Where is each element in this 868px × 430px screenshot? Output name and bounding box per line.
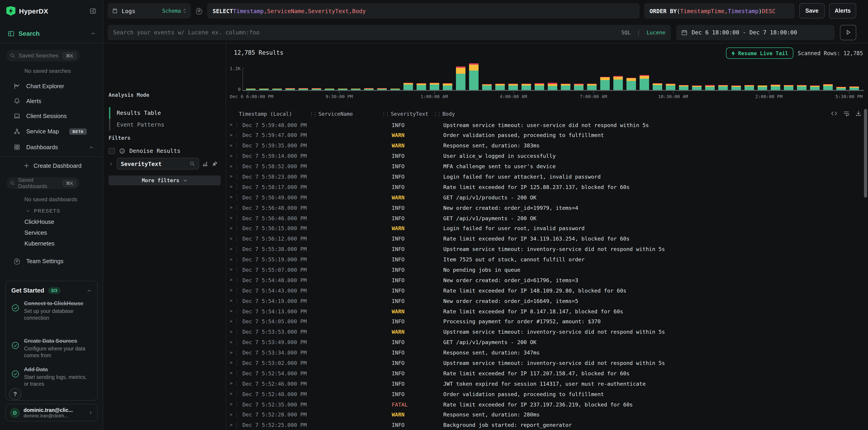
expand-row-icon[interactable]: >: [230, 391, 232, 396]
resume-live-tail-button[interactable]: Resume Live Tail: [726, 47, 793, 59]
histogram-bar[interactable]: [692, 86, 702, 90]
histogram-bar[interactable]: [377, 88, 387, 90]
chevron-up-icon[interactable]: [89, 145, 94, 150]
expand-row-icon[interactable]: >: [230, 329, 232, 334]
expand-row-icon[interactable]: >: [230, 381, 232, 386]
expand-row-icon[interactable]: >: [230, 153, 232, 158]
event-search-input[interactable]: Search your events w/ Lucene ex. column:…: [107, 25, 671, 40]
facet-chart-icon[interactable]: [202, 161, 209, 167]
mode-results-table[interactable]: Results Table: [117, 109, 161, 116]
histogram-bar[interactable]: [548, 82, 557, 90]
denoise-checkbox[interactable]: [108, 147, 115, 154]
histogram-bar[interactable]: [390, 89, 400, 90]
table-row[interactable]: > Dec 7 5:52:25.000 PM INFO Background j…: [226, 421, 864, 430]
expand-row-icon[interactable]: >: [230, 350, 232, 355]
histogram-bar[interactable]: [587, 84, 597, 90]
table-row[interactable]: > Dec 7 5:59:35.000 PM WARN Response sen…: [226, 141, 864, 152]
histogram-bar[interactable]: [771, 85, 780, 90]
table-row[interactable]: > Dec 7 5:58:17.000 PM INFO Rate limit e…: [226, 183, 864, 193]
histogram-bar[interactable]: [522, 84, 531, 90]
table-row[interactable]: > Dec 7 5:58:23.000 PM INFO Login failed…: [226, 172, 864, 183]
order-by-input[interactable]: ORDER BY (TimestampTime, Timestamp) DESC: [644, 3, 795, 19]
histogram-bar[interactable]: [705, 85, 715, 90]
histogram-bar[interactable]: [325, 89, 334, 90]
denoise-results-row[interactable]: Denoise Results: [108, 147, 181, 154]
save-button[interactable]: Save: [799, 3, 825, 19]
chevron-up-icon[interactable]: [86, 288, 92, 293]
table-row[interactable]: > Dec 7 5:52:40.000 PM INFO Order valida…: [226, 389, 864, 400]
histogram-bar[interactable]: [482, 84, 492, 90]
table-row[interactable]: > Dec 7 5:53:02.000 PM INFO Upstream ser…: [226, 358, 864, 369]
get-started-item[interactable]: Create Data SourcesConfigure where your …: [11, 338, 93, 359]
table-row[interactable]: > Dec 7 5:56:15.000 PM WARN Login failed…: [226, 224, 864, 234]
histogram-bar[interactable]: [443, 84, 452, 90]
sidebar-item-search[interactable]: Search: [8, 30, 39, 37]
expand-row-icon[interactable]: >: [230, 288, 232, 293]
histogram-bar[interactable]: [364, 89, 374, 90]
presets-toggle[interactable]: PRESETS: [25, 208, 60, 213]
histogram-bar[interactable]: [810, 86, 819, 90]
histogram-bar[interactable]: [259, 89, 269, 90]
table-row[interactable]: > Dec 7 5:54:19.000 PM INFO New order cr…: [226, 296, 864, 306]
expand-row-icon[interactable]: >: [230, 215, 232, 220]
sidebar-collapse-icon[interactable]: [90, 7, 96, 14]
expand-row-icon[interactable]: >: [230, 205, 232, 210]
get-started-item[interactable]: Connect to ClickHouseSet up your databas…: [11, 300, 93, 322]
expand-row-icon[interactable]: >: [230, 246, 232, 251]
table-row[interactable]: > Dec 7 5:54:48.000 PM INFO New order cr…: [226, 275, 864, 286]
date-range-picker[interactable]: Dec 6 18:00:00 - Dec 7 18:00:00: [676, 25, 835, 40]
expand-row-icon[interactable]: >: [230, 422, 232, 427]
table-row[interactable]: > Dec 7 5:52:46.000 PM INFO JWT token ex…: [226, 379, 864, 390]
expand-row-icon[interactable]: >: [230, 143, 232, 148]
table-row[interactable]: > Dec 7 5:52:35.000 PM FATAL Rate limit …: [226, 400, 864, 410]
histogram-bar[interactable]: [272, 89, 282, 90]
table-row[interactable]: > Dec 7 5:56:12.000 PM INFO Rate limit e…: [226, 234, 864, 244]
col-servicename[interactable]: ⋮⋮ServiceName: [309, 111, 353, 117]
col-timestamp[interactable]: Timestamp (Local): [239, 111, 292, 117]
histogram-bar[interactable]: [312, 89, 321, 90]
facet-search-input[interactable]: SeverityText: [117, 158, 199, 170]
saved-dashboards-input[interactable]: Saved Dashboards ⌘K: [6, 177, 80, 189]
expand-row-icon[interactable]: >: [230, 298, 232, 303]
histogram-bar[interactable]: [299, 88, 308, 90]
histogram-bar[interactable]: [338, 89, 347, 90]
expand-row-icon[interactable]: >: [230, 339, 232, 344]
expand-row-icon[interactable]: >: [230, 163, 232, 168]
table-row[interactable]: > Dec 7 5:54:43.000 PM INFO Rate limit e…: [226, 286, 864, 296]
table-row[interactable]: > Dec 7 5:59:47.000 PM WARN Order valida…: [226, 131, 864, 141]
histogram-bar[interactable]: [535, 84, 544, 90]
histogram-bar[interactable]: [797, 85, 806, 90]
chevron-right-icon[interactable]: [108, 161, 114, 166]
histogram-bar[interactable]: [416, 83, 426, 90]
histogram-bar[interactable]: [836, 87, 846, 90]
select-columns-input[interactable]: SELECT Timestamp,ServiceName,SeverityTex…: [207, 3, 640, 19]
expand-row-icon[interactable]: >: [230, 308, 232, 313]
sidebar-item-team-settings[interactable]: Team Settings: [13, 258, 64, 265]
col-body[interactable]: ⋮⋮Body: [433, 111, 455, 117]
sidebar-item-client-sessions[interactable]: Client Sessions: [13, 112, 67, 119]
download-icon[interactable]: [855, 110, 862, 117]
mode-sql-toggle[interactable]: SQL: [621, 29, 631, 35]
expand-row-icon[interactable]: >: [230, 226, 232, 231]
histogram-bar[interactable]: [430, 83, 439, 90]
expand-row-icon[interactable]: >: [230, 277, 232, 283]
table-row[interactable]: > Dec 7 5:53:34.000 PM INFO Response sen…: [226, 348, 864, 358]
expand-row-icon[interactable]: >: [230, 194, 232, 199]
code-view-icon[interactable]: [831, 110, 837, 117]
histogram-bar[interactable]: [732, 86, 741, 90]
table-row[interactable]: > Dec 7 5:52:54.000 PM INFO Rate limit e…: [226, 369, 864, 379]
table-row[interactable]: > Dec 7 5:59:48.000 PM INFO Upstream ser…: [226, 120, 864, 131]
sidebar-item-chart-explorer[interactable]: Chart Explorer: [13, 83, 64, 90]
mode-event-patterns[interactable]: Event Patterns: [117, 121, 164, 128]
saved-searches-input[interactable]: Saved Searches ⌘K: [6, 50, 80, 62]
histogram-bar[interactable]: [403, 82, 413, 90]
histogram-bar[interactable]: [561, 84, 570, 90]
histogram-bar[interactable]: [600, 77, 610, 90]
more-filters-button[interactable]: More filters: [108, 175, 221, 186]
table-row[interactable]: > Dec 7 5:56:48.000 PM INFO New order cr…: [226, 203, 864, 213]
histogram-bar[interactable]: [653, 84, 662, 90]
table-row[interactable]: > Dec 7 5:54:05.000 PM INFO Processing p…: [226, 317, 864, 327]
histogram-bar[interactable]: [823, 84, 833, 90]
create-dashboard-button[interactable]: Create Dashboard: [24, 162, 82, 169]
histogram-bar[interactable]: [351, 89, 361, 90]
